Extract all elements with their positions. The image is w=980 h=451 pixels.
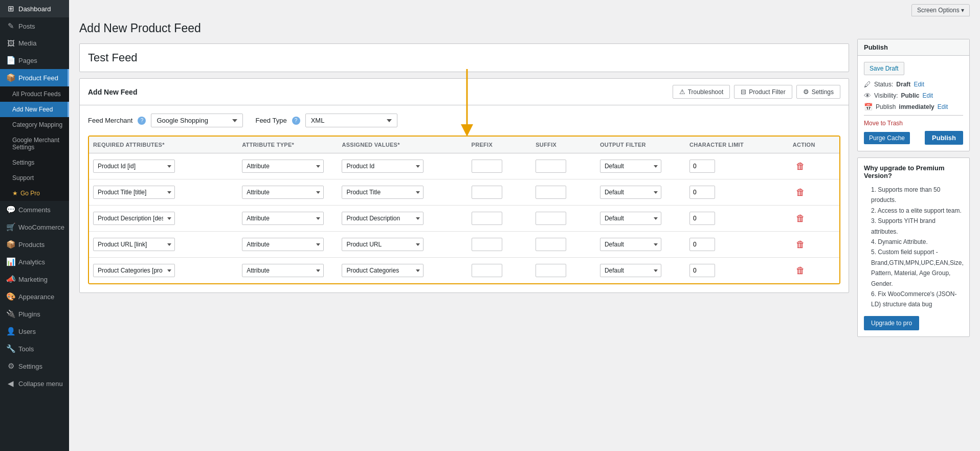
attr-type-select-2[interactable]: Attribute bbox=[242, 212, 324, 225]
sidebar-item-label: Go Pro bbox=[20, 190, 40, 197]
sidebar: ⊞ Dashboard ✎ Posts 🖼 Media 📄 Pages 📦 Pr… bbox=[0, 0, 69, 451]
sidebar-item-woocommerce[interactable]: 🛒 WooCommerce bbox=[0, 218, 69, 236]
move-to-trash-link[interactable]: Move to Trash bbox=[864, 120, 963, 127]
sidebar-item-add-new-feed[interactable]: Add New Feed bbox=[0, 102, 69, 117]
sidebar-item-pages[interactable]: 📄 Pages bbox=[0, 52, 69, 69]
col-output-filter: OUTPUT FILTER bbox=[596, 137, 685, 153]
premium-box: Why upgrade to Premium Version? 1. Suppo… bbox=[857, 157, 970, 337]
product-filter-button[interactable]: ⊟ Product Filter bbox=[734, 85, 792, 99]
sidebar-item-all-feeds[interactable]: All Product Feeds bbox=[0, 86, 69, 102]
sidebar-item-go-pro[interactable]: ★ Go Pro bbox=[0, 186, 69, 201]
delete-row-button-3[interactable]: 🗑 bbox=[793, 238, 808, 251]
prefix-input-0[interactable] bbox=[472, 160, 502, 173]
settings-button[interactable]: ⚙ Settings bbox=[796, 85, 840, 99]
screen-options-button[interactable]: Screen Options ▾ bbox=[911, 4, 970, 16]
publish-time-edit-link[interactable]: Edit bbox=[938, 103, 948, 110]
status-edit-link[interactable]: Edit bbox=[914, 81, 924, 88]
suffix-input-4[interactable] bbox=[536, 264, 566, 277]
prefix-input-2[interactable] bbox=[472, 212, 502, 225]
sidebar-item-analytics[interactable]: 📊 Analytics bbox=[0, 253, 69, 270]
suffix-input-2[interactable] bbox=[536, 212, 566, 225]
sidebar-item-tools[interactable]: 🔧 Tools bbox=[0, 340, 69, 357]
premium-list-item: 2. Access to a elite support team. bbox=[871, 206, 963, 216]
upgrade-button[interactable]: Upgrade to pro bbox=[864, 316, 919, 330]
feed-name-input[interactable] bbox=[88, 51, 840, 64]
col-prefix: PREFIX bbox=[467, 137, 532, 153]
merchant-select[interactable]: Google Shopping bbox=[151, 114, 243, 127]
sidebar-item-comments[interactable]: 💬 Comments bbox=[0, 201, 69, 218]
sidebar-item-marketing[interactable]: 📣 Marketing bbox=[0, 270, 69, 288]
attr-type-select-4[interactable]: Attribute bbox=[242, 264, 324, 277]
char-limit-input-0[interactable] bbox=[689, 160, 715, 173]
assigned-value-select-0[interactable]: Product Id bbox=[342, 160, 424, 173]
purge-cache-button[interactable]: Purge Cache bbox=[864, 132, 910, 144]
sidebar-item-appearance[interactable]: 🎨 Appearance bbox=[0, 288, 69, 305]
char-limit-input-4[interactable] bbox=[689, 264, 715, 277]
sidebar-item-settings[interactable]: ⚙ Settings bbox=[0, 357, 69, 375]
required-attr-select-1[interactable]: Product Title [title] bbox=[93, 186, 175, 199]
delete-row-button-1[interactable]: 🗑 bbox=[793, 186, 808, 199]
sidebar-item-users[interactable]: 👤 Users bbox=[0, 323, 69, 340]
suffix-input-0[interactable] bbox=[536, 160, 566, 173]
attr-type-select-0[interactable]: Attribute bbox=[242, 160, 324, 173]
output-filter-select-4[interactable]: Default bbox=[600, 264, 661, 277]
output-filter-select-2[interactable]: Default bbox=[600, 212, 661, 225]
sidebar-item-media[interactable]: 🖼 Media bbox=[0, 35, 69, 52]
required-attr-select-4[interactable]: Product Categories [pro… bbox=[93, 264, 175, 277]
sidebar-item-label: Analytics bbox=[18, 258, 45, 266]
sidebar-item-dashboard[interactable]: ⊞ Dashboard bbox=[0, 0, 69, 17]
table-row: Product Description [des… Attribute Prod… bbox=[89, 206, 839, 232]
sidebar-item-support[interactable]: Support bbox=[0, 170, 69, 186]
publish-actions: Purge Cache Publish bbox=[864, 131, 963, 145]
sidebar-item-plugins[interactable]: 🔌 Plugins bbox=[0, 305, 69, 323]
prefix-input-1[interactable] bbox=[472, 186, 502, 199]
sidebar-item-collapse[interactable]: ◀ Collapse menu bbox=[0, 375, 69, 392]
marketing-icon: 📣 bbox=[6, 275, 15, 284]
delete-row-button-0[interactable]: 🗑 bbox=[793, 160, 808, 173]
sidebar-item-google-merchant[interactable]: Google Merchant Settings bbox=[0, 132, 69, 155]
char-limit-input-3[interactable] bbox=[689, 238, 715, 251]
assigned-value-select-2[interactable]: Product Description bbox=[342, 212, 424, 225]
output-filter-select-1[interactable]: Default bbox=[600, 186, 661, 199]
sidebar-item-label: Support bbox=[12, 174, 34, 182]
required-attr-select-2[interactable]: Product Description [des… bbox=[93, 212, 175, 225]
feed-type-select[interactable]: XML bbox=[305, 114, 397, 127]
attr-type-select-3[interactable]: Attribute bbox=[242, 238, 324, 251]
required-attr-select-3[interactable]: Product URL [link] bbox=[93, 238, 175, 251]
premium-title: Why upgrade to Premium Version? bbox=[864, 164, 963, 179]
premium-list-item: 5. Custom field support - Brand,GTIN,MPN… bbox=[871, 247, 963, 289]
delete-row-button-2[interactable]: 🗑 bbox=[793, 212, 808, 225]
required-attr-select-0[interactable]: Product Id [id] bbox=[93, 160, 175, 173]
assigned-value-select-4[interactable]: Product Categories bbox=[342, 264, 424, 277]
char-limit-input-1[interactable] bbox=[689, 186, 715, 199]
sidebar-item-product-feed[interactable]: 📦 Product Feed bbox=[0, 69, 69, 86]
sidebar-item-products[interactable]: 📦 Products bbox=[0, 236, 69, 253]
divider bbox=[864, 115, 963, 116]
visibility-edit-link[interactable]: Edit bbox=[922, 92, 933, 99]
output-filter-select-0[interactable]: Default bbox=[600, 160, 661, 173]
assigned-value-select-1[interactable]: Product Title bbox=[342, 186, 424, 199]
feed-type-help-icon[interactable]: ? bbox=[292, 117, 300, 125]
tools-icon: 🔧 bbox=[6, 344, 15, 353]
suffix-input-1[interactable] bbox=[536, 186, 566, 199]
prefix-input-4[interactable] bbox=[472, 264, 502, 277]
sidebar-item-label: WooCommerce bbox=[18, 223, 64, 231]
suffix-input-3[interactable] bbox=[536, 238, 566, 251]
sidebar-item-category-mapping[interactable]: Category Mapping bbox=[0, 117, 69, 132]
output-filter-select-3[interactable]: Default bbox=[600, 238, 661, 251]
char-limit-input-2[interactable] bbox=[689, 212, 715, 225]
feed-merchant-row: Feed Merchant ? Google Shopping Feed Typ… bbox=[80, 105, 849, 136]
status-value: Draft bbox=[896, 81, 910, 88]
merchant-help-icon[interactable]: ? bbox=[138, 117, 146, 125]
sidebar-item-settings-sub[interactable]: Settings bbox=[0, 155, 69, 170]
prefix-input-3[interactable] bbox=[472, 238, 502, 251]
save-draft-button[interactable]: Save Draft bbox=[864, 62, 904, 75]
delete-row-button-4[interactable]: 🗑 bbox=[793, 264, 808, 277]
sidebar-item-label: Settings bbox=[18, 363, 42, 370]
troubleshoot-button[interactable]: ⚠ Troubleshoot bbox=[673, 85, 730, 99]
sidebar-item-posts[interactable]: ✎ Posts bbox=[0, 17, 69, 35]
troubleshoot-label: Troubleshoot bbox=[688, 88, 724, 96]
attr-type-select-1[interactable]: Attribute bbox=[242, 186, 324, 199]
publish-button[interactable]: Publish bbox=[925, 131, 963, 145]
assigned-value-select-3[interactable]: Product URL bbox=[342, 238, 424, 251]
